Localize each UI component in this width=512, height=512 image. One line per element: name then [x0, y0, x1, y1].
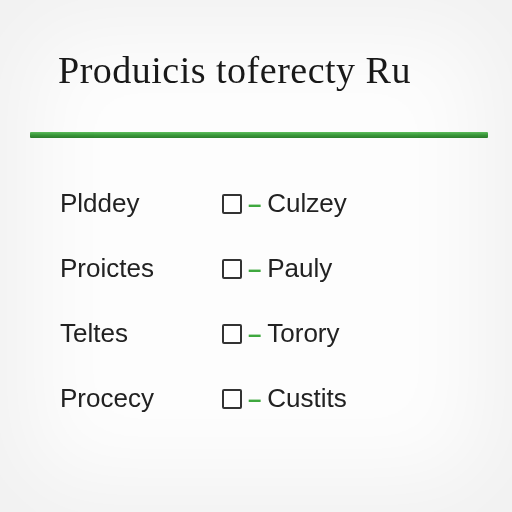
item-label: Pauly: [267, 253, 332, 284]
item-label: Torory: [267, 318, 339, 349]
list-item: Procecy: [60, 383, 154, 414]
divider: [30, 132, 488, 138]
item-label: Culzey: [267, 188, 346, 219]
list-item: – Torory: [222, 318, 347, 349]
list-item: – Culzey: [222, 188, 347, 219]
checkbox-icon[interactable]: [222, 259, 242, 279]
checkbox-icon[interactable]: [222, 194, 242, 214]
column-right: – Culzey – Pauly – Torory – Custits: [214, 188, 347, 414]
list-item: Proictes: [60, 253, 154, 284]
list-item: Teltes: [60, 318, 154, 349]
dash-icon: –: [248, 385, 261, 413]
dash-icon: –: [248, 190, 261, 218]
item-label: Teltes: [60, 318, 128, 349]
dash-icon: –: [248, 320, 261, 348]
list-item: – Custits: [222, 383, 347, 414]
item-label: Proictes: [60, 253, 154, 284]
item-label: Procecy: [60, 383, 154, 414]
list-item: – Pauly: [222, 253, 347, 284]
columns: Plddey Proictes Teltes Procecy – Culzey …: [58, 188, 484, 414]
dash-icon: –: [248, 255, 261, 283]
item-label: Custits: [267, 383, 346, 414]
column-left: Plddey Proictes Teltes Procecy: [58, 188, 154, 414]
checkbox-icon[interactable]: [222, 389, 242, 409]
list-item: Plddey: [60, 188, 154, 219]
item-label: Plddey: [60, 188, 140, 219]
checkbox-icon[interactable]: [222, 324, 242, 344]
page-title: Produicis toferecty Ru: [58, 48, 484, 92]
